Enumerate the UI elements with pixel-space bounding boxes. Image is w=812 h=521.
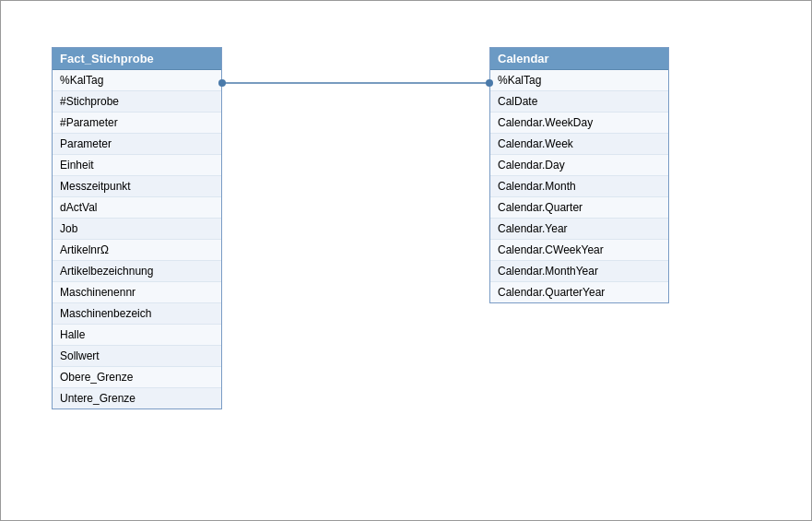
fact-row-6: dActVal: [53, 197, 221, 219]
fact-row-12: Halle: [53, 325, 221, 346]
fact-row-15: Untere_Grenze: [53, 388, 221, 409]
fact-row-13: Sollwert: [53, 346, 221, 367]
fact-stichprobe-header: Fact_Stichprobe: [53, 48, 221, 70]
fact-row-9: Artikelbezeichnung: [53, 261, 221, 282]
cal-row-4: Calendar.Day: [490, 155, 668, 176]
cal-row-1: CalDate: [490, 91, 668, 112]
fact-row-14: Obere_Grenze: [53, 367, 221, 388]
fact-row-7: Job: [53, 219, 221, 240]
fact-row-11: Maschinenbezeich: [53, 303, 221, 325]
fact-row-0: %KalTag: [53, 70, 221, 91]
calendar-table[interactable]: Calendar %KalTag CalDate Calendar.WeekDa…: [489, 47, 669, 303]
cal-row-7: Calendar.Year: [490, 219, 668, 240]
cal-row-6: Calendar.Quarter: [490, 197, 668, 219]
fact-row-5: Messzeitpunkt: [53, 176, 221, 197]
cal-row-0: %KalTag: [490, 70, 668, 91]
calendar-header: Calendar: [490, 48, 668, 70]
cal-row-2: Calendar.WeekDay: [490, 112, 668, 134]
cal-row-8: Calendar.CWeekYear: [490, 240, 668, 261]
fact-row-8: ArtikelnrΩ: [53, 240, 221, 261]
fact-row-1: #Stichprobe: [53, 91, 221, 112]
fact-row-3: Parameter: [53, 134, 221, 155]
cal-row-3: Calendar.Week: [490, 134, 668, 155]
diagram-canvas: Fact_Stichprobe %KalTag #Stichprobe #Par…: [0, 0, 812, 521]
cal-row-9: Calendar.MonthYear: [490, 261, 668, 282]
fact-row-4: Einheit: [53, 155, 221, 176]
cal-row-5: Calendar.Month: [490, 176, 668, 197]
fact-stichprobe-table[interactable]: Fact_Stichprobe %KalTag #Stichprobe #Par…: [52, 47, 222, 409]
fact-row-2: #Parameter: [53, 112, 221, 134]
fact-row-10: Maschinenennr: [53, 282, 221, 303]
cal-row-10: Calendar.QuarterYear: [490, 282, 668, 302]
